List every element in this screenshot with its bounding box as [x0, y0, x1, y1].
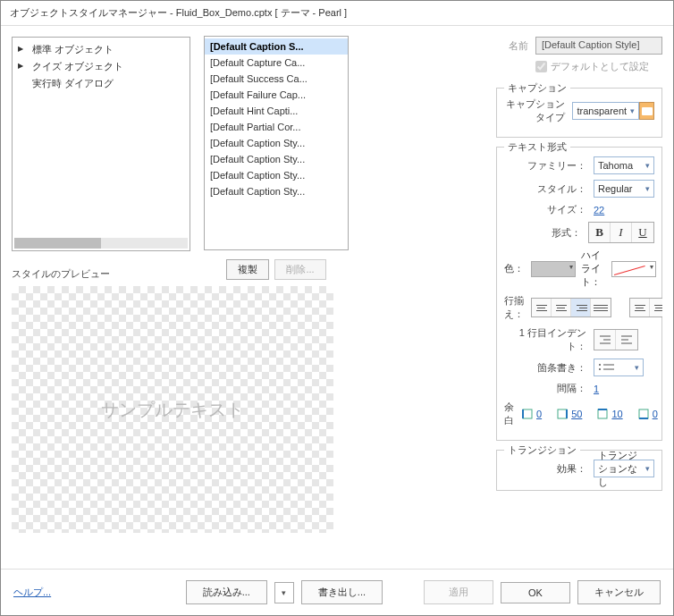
object-style-manager-window: オブジェクトスタイルマネージャー - Fluid_Box_Demo.cptx [… — [0, 0, 674, 616]
indent-increase-icon — [620, 334, 633, 345]
font-family-label: ファミリー： — [504, 159, 594, 173]
import-dropdown-button[interactable] — [274, 582, 294, 603]
apply-button: 適用 — [424, 580, 493, 604]
delete-button: 削除... — [274, 259, 325, 280]
spacing-field[interactable]: 1 — [594, 384, 599, 394]
text-format-buttons: B I U — [588, 222, 654, 243]
text-group-title: テキスト形式 — [504, 140, 570, 154]
underline-button[interactable]: U — [632, 223, 653, 242]
svg-point-0 — [599, 364, 601, 366]
svg-rect-8 — [639, 409, 648, 418]
ok-button[interactable]: OK — [501, 582, 570, 603]
valign-middle-button[interactable] — [650, 299, 662, 316]
name-label: 名前 — [496, 39, 535, 53]
svg-rect-6 — [598, 409, 607, 418]
margin-top-field[interactable]: 10 — [596, 409, 622, 419]
margin-top-icon — [596, 409, 609, 419]
caption-type-label: キャプションタイプ — [504, 97, 572, 124]
transition-group: トランジション 効果： トランジションなし — [496, 450, 662, 491]
indent-decrease-button[interactable] — [594, 330, 616, 350]
export-button[interactable]: 書き出し... — [301, 580, 383, 604]
expand-arrow-icon[interactable]: ▶ — [18, 45, 23, 53]
expand-arrow-icon[interactable]: ▶ — [18, 62, 23, 70]
svg-rect-2 — [523, 409, 532, 418]
margin-bottom-icon — [637, 409, 650, 419]
style-list-item[interactable]: [Default Caption Sty... — [205, 167, 348, 183]
svg-point-1 — [599, 368, 601, 370]
font-size-field[interactable]: 22 — [594, 205, 604, 215]
dialog-footer: ヘルプ... 読み込み... 書き出し... 適用 OK キャンセル — [1, 569, 673, 615]
margin-left-icon — [521, 409, 534, 419]
effect-label: 効果： — [504, 462, 594, 476]
style-list-item[interactable]: [Default Caption Sty... — [205, 183, 348, 199]
margin-left-field[interactable]: 0 — [521, 409, 542, 419]
category-tree[interactable]: ▶ 標準 オブジェクト ▶ クイズ オブジェクト 実行時 ダイアログ — [12, 37, 190, 251]
font-style-label: スタイル： — [504, 182, 594, 196]
margin-right-field[interactable]: 50 — [556, 409, 582, 419]
style-list-item[interactable]: [Default Caption Sty... — [205, 135, 348, 151]
folder-icon — [642, 107, 653, 115]
align-right-button[interactable] — [571, 299, 591, 316]
caption-group: キャプション キャプションタイプ transparent — [496, 88, 662, 138]
style-list-item[interactable]: [Default Failure Cap... — [205, 87, 348, 103]
valign-top-button[interactable] — [630, 299, 650, 316]
style-list-item[interactable]: [Default Hint Capti... — [205, 103, 348, 119]
font-style-dropdown[interactable]: Regular — [594, 180, 654, 198]
align-left-button[interactable] — [532, 299, 552, 316]
caption-group-title: キャプション — [504, 81, 570, 95]
color-label: 色： — [504, 262, 531, 275]
caption-type-dropdown[interactable]: transparent — [572, 102, 639, 120]
style-list-item[interactable]: [Default Partial Cor... — [205, 119, 348, 135]
indent-increase-button[interactable] — [616, 330, 637, 350]
bullet-list-icon — [598, 362, 616, 373]
browse-caption-button[interactable] — [639, 102, 654, 120]
transition-group-title: トランジション — [504, 443, 580, 457]
style-list-item[interactable]: [Default Caption Sty... — [205, 151, 348, 167]
highlight-label: ハイライト： — [581, 249, 606, 289]
font-size-label: サイズ： — [504, 203, 594, 216]
margin-label: 余白 — [504, 401, 521, 427]
help-link[interactable]: ヘルプ... — [13, 586, 51, 599]
indent-decrease-icon — [599, 334, 611, 345]
style-list-item[interactable]: [Default Caption S... — [205, 38, 348, 55]
margin-right-icon — [556, 409, 569, 419]
set-default-checkbox — [535, 61, 547, 72]
highlight-swatch[interactable] — [611, 261, 656, 277]
style-list[interactable]: [Default Caption S... [Default Capture C… — [204, 36, 349, 250]
tree-item-label: クイズ オブジェクト — [32, 61, 123, 72]
style-list-item[interactable]: [Default Success Ca... — [205, 71, 348, 87]
bullet-dropdown[interactable] — [594, 359, 644, 376]
name-field: [Default Caption Style] — [535, 37, 662, 55]
text-format-group: テキスト形式 ファミリー： Tahoma スタイル： Regular サイズ： … — [496, 147, 662, 441]
bold-button[interactable]: B — [589, 223, 611, 242]
svg-rect-4 — [558, 409, 567, 418]
tree-item-quiz[interactable]: ▶ クイズ オブジェクト — [13, 58, 190, 75]
cancel-button[interactable]: キャンセル — [577, 580, 661, 604]
format-label: 形式： — [504, 226, 588, 240]
tree-item-standard[interactable]: ▶ 標準 オブジェクト — [13, 41, 190, 58]
horizontal-scrollbar[interactable] — [14, 238, 188, 249]
tree-item-label: 標準 オブジェクト — [32, 44, 114, 55]
color-swatch[interactable] — [531, 261, 576, 277]
bullet-label: 箇条書き： — [504, 361, 594, 375]
align-justify-button[interactable] — [591, 299, 611, 316]
indent-label: 1 行目インデント： — [504, 326, 594, 353]
effect-dropdown[interactable]: トランジションなし — [594, 460, 654, 477]
align-label: 行揃え： — [504, 294, 531, 321]
margin-bottom-field[interactable]: 0 — [637, 409, 658, 419]
window-title: オブジェクトスタイルマネージャー - Fluid_Box_Demo.cptx [… — [1, 1, 673, 26]
font-family-dropdown[interactable]: Tahoma — [594, 156, 654, 174]
tree-item-runtime[interactable]: 実行時 ダイアログ — [13, 75, 190, 92]
style-list-item[interactable]: [Default Capture Ca... — [205, 55, 348, 71]
import-button[interactable]: 読み込み... — [186, 580, 267, 604]
align-center-button[interactable] — [552, 299, 571, 316]
italic-button[interactable]: I — [611, 223, 632, 242]
spacing-label: 間隔： — [504, 382, 594, 395]
content-area: ▶ 標準 オブジェクト ▶ クイズ オブジェクト 実行時 ダイアログ スタイルの — [1, 26, 673, 569]
tree-item-label: 実行時 ダイアログ — [32, 78, 114, 89]
clone-button[interactable]: 複製 — [226, 259, 269, 280]
set-default-label: デフォルトとして設定 — [551, 60, 649, 73]
